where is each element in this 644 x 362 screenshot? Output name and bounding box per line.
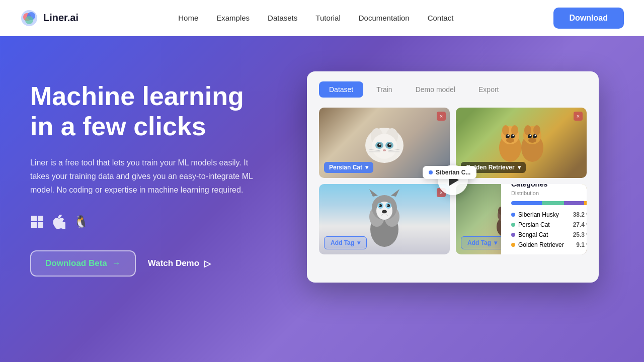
cat-row-golden: Golden Retriever 9.1 % xyxy=(511,241,587,248)
dist-seg-persian xyxy=(542,201,564,205)
nav-datasets[interactable]: Datasets xyxy=(268,14,297,22)
hero-title: Machine learningin a few clicks xyxy=(30,81,292,142)
siberian-cat-tooltip: Siberian C... xyxy=(423,166,476,179)
cat-dot-persian xyxy=(511,223,515,227)
dist-seg-golden xyxy=(584,201,587,205)
dist-seg-bengal xyxy=(564,201,584,205)
dropdown-icon-2: ▾ xyxy=(518,164,521,171)
nav-home[interactable]: Home xyxy=(178,14,198,22)
tab-train[interactable]: Train xyxy=(366,81,402,98)
image-puppies: Add Tag ▾ Categories Distribution xyxy=(456,184,587,254)
svg-point-52 xyxy=(387,205,388,206)
categories-subtitle: Distribution xyxy=(511,190,587,196)
hero-buttons: Download Beta → Watch Demo ▷ xyxy=(30,250,292,277)
svg-point-55 xyxy=(382,210,387,214)
tab-demo-model[interactable]: Demo model xyxy=(406,81,465,98)
image-husky: × Prediction Husky Shiba xyxy=(319,184,450,254)
svg-point-18 xyxy=(389,144,391,145)
add-tag-husky-button[interactable]: Add Tag ▾ xyxy=(324,236,367,249)
distribution-bar xyxy=(511,201,587,205)
svg-marker-53 xyxy=(369,189,378,197)
svg-text:🐧: 🐧 xyxy=(73,215,87,229)
svg-point-49 xyxy=(379,204,382,207)
mockup-tabs: Dataset Train Demo model Export xyxy=(319,81,587,98)
svg-rect-7 xyxy=(38,222,43,228)
svg-point-39 xyxy=(530,135,531,136)
logo-icon xyxy=(20,9,38,27)
svg-point-3 xyxy=(25,16,33,24)
categories-panel: Categories Distribution Siberian Husky xyxy=(501,184,587,254)
nav-documentation[interactable]: Documentation xyxy=(359,14,410,22)
watch-demo-button[interactable]: Watch Demo ▷ xyxy=(148,258,211,269)
svg-rect-6 xyxy=(31,222,37,228)
play-icon: ▷ xyxy=(204,258,211,269)
cat-dot-bengal xyxy=(511,233,515,237)
add-tag-2-dropdown-icon: ▾ xyxy=(494,239,497,246)
svg-marker-54 xyxy=(391,189,399,197)
download-button[interactable]: Download xyxy=(553,8,624,29)
logo-text: Liner.ai xyxy=(43,12,78,24)
dist-seg-husky xyxy=(511,201,542,205)
persian-cat-label[interactable]: Persian Cat ▾ xyxy=(324,162,373,173)
cat-row-husky: Siberian Husky 38.2 % xyxy=(511,211,587,218)
tab-export[interactable]: Export xyxy=(468,81,509,98)
cat-dot-husky xyxy=(511,213,515,217)
windows-icon xyxy=(30,215,44,232)
cat-row-bengal: Bengal Cat 25.3 % xyxy=(511,231,587,238)
svg-point-32 xyxy=(506,138,514,143)
tab-dataset[interactable]: Dataset xyxy=(319,81,363,98)
svg-point-19 xyxy=(383,149,386,151)
nav-links: Home Examples Datasets Tutorial Document… xyxy=(178,14,453,23)
download-beta-button[interactable]: Download Beta → xyxy=(30,250,136,277)
svg-point-40 xyxy=(535,135,536,136)
tooltip-dot xyxy=(429,170,433,174)
svg-point-36 xyxy=(533,125,540,135)
os-icons: 🐧 xyxy=(30,215,292,232)
close-cat-button[interactable]: × xyxy=(437,112,446,121)
svg-point-41 xyxy=(528,138,536,143)
app-mockup: Dataset Train Demo model Export xyxy=(307,71,599,283)
hero-right: Dataset Train Demo model Export xyxy=(292,66,614,283)
cat-dot-golden xyxy=(511,243,515,247)
svg-point-50 xyxy=(387,204,390,207)
svg-point-51 xyxy=(379,205,380,206)
svg-rect-5 xyxy=(38,216,43,221)
svg-point-26 xyxy=(502,125,509,135)
logo[interactable]: Liner.ai xyxy=(20,9,78,27)
svg-point-31 xyxy=(513,135,514,136)
arrow-right-icon: → xyxy=(112,258,121,268)
svg-rect-4 xyxy=(31,216,37,221)
close-dogs-button[interactable]: × xyxy=(574,112,583,121)
add-tag-dropdown-icon: ▾ xyxy=(357,239,360,246)
hero-left: Machine learningin a few clicks Liner is… xyxy=(30,66,292,277)
svg-point-17 xyxy=(379,144,381,145)
nav-examples[interactable]: Examples xyxy=(216,14,250,22)
linux-icon: 🐧 xyxy=(73,215,87,232)
svg-point-30 xyxy=(508,135,509,136)
nav-contact[interactable]: Contact xyxy=(428,14,454,22)
nav-tutorial[interactable]: Tutorial xyxy=(315,14,340,22)
hero-description: Liner is a free tool that lets you train… xyxy=(30,156,257,197)
add-tag-puppies-button[interactable]: Add Tag ▾ xyxy=(461,236,504,249)
categories-title: Categories xyxy=(511,184,587,188)
svg-point-35 xyxy=(524,125,531,135)
svg-point-27 xyxy=(511,125,518,135)
navbar: Liner.ai Home Examples Datasets Tutorial… xyxy=(0,0,644,36)
apple-icon xyxy=(52,215,65,232)
cat-row-persian: Persian Cat 27.4 % xyxy=(511,221,587,228)
hero-section: Machine learningin a few clicks Liner is… xyxy=(0,36,644,362)
dropdown-icon: ▾ xyxy=(365,164,368,171)
